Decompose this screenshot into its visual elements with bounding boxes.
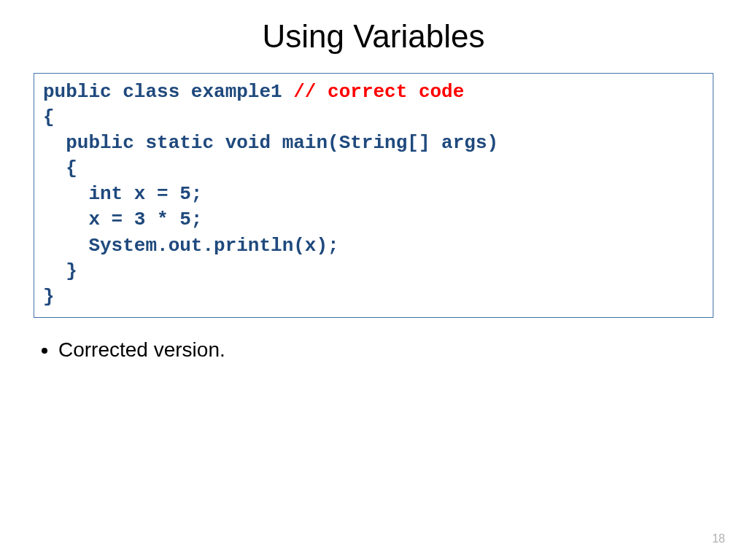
page-number: 18 <box>712 532 725 545</box>
slide: Using Variables public class example1 //… <box>0 0 747 560</box>
code-block: public class example1 // correct code { … <box>34 73 713 318</box>
code-line-4: { <box>43 158 77 179</box>
code-line-8: } <box>43 260 77 282</box>
bullet-item: Corrected version. <box>58 338 718 362</box>
code-line-2: { <box>43 106 55 128</box>
code-line-3: public static void main(String[] args) <box>43 132 498 154</box>
code-line-6: x = 3 * 5; <box>43 209 202 230</box>
slide-title: Using Variables <box>29 18 718 55</box>
code-comment: // correct code <box>293 81 464 103</box>
bullet-list: Corrected version. <box>29 338 718 362</box>
code-line-9: } <box>43 286 55 308</box>
code-line-1a: public class example1 <box>43 81 293 103</box>
code-line-7: System.out.println(x); <box>43 235 339 257</box>
code-line-5: int x = 5; <box>43 183 202 205</box>
